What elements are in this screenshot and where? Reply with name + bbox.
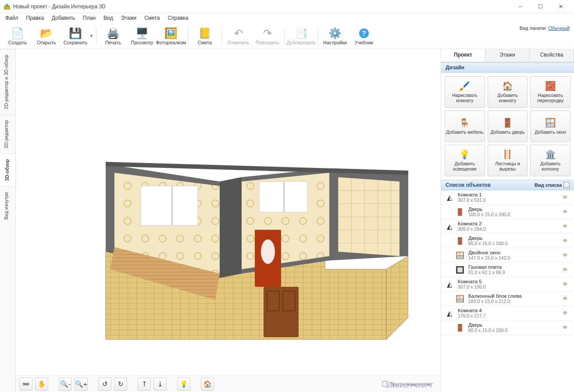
list-mode-toggle[interactable]: Вид списка <box>535 182 570 188</box>
add-furniture-button[interactable]: 🪑Добавить мебель <box>445 110 485 142</box>
object-row[interactable]: 🚪Дверь80.0 x 15.0 x 200.0👁 <box>441 321 574 335</box>
stairs-button[interactable]: 🪜Лестницы и вырезы <box>488 145 528 176</box>
svg-rect-22 <box>141 186 198 225</box>
side-tab-3d[interactable]: 3D-обзор <box>0 153 15 186</box>
close-button[interactable]: ✕ <box>551 0 570 13</box>
side-tab-inside[interactable]: Вид изнутри <box>0 186 15 225</box>
object-row[interactable]: ◭Комната 2306.0 x 264.0👁 <box>441 219 574 234</box>
svg-text:?: ? <box>362 30 366 37</box>
add-window-button[interactable]: 🪟Добавить окно <box>530 110 570 142</box>
visibility-icon[interactable]: 👁 <box>563 252 570 258</box>
create-button[interactable]: 📄Создать <box>4 24 32 48</box>
visibility-icon[interactable]: 👁 <box>563 223 570 229</box>
draw-partition-button[interactable]: 🧱Нарисовать перегородку <box>530 76 570 108</box>
pan-button[interactable]: ✋ <box>35 378 48 391</box>
preview-button[interactable]: 🖥️Просмотр <box>128 24 156 48</box>
menu-edit[interactable]: Правка <box>23 14 48 22</box>
duplicate-button[interactable]: 📑Дублировать <box>287 24 315 48</box>
print-button[interactable]: 🖨️Печать <box>99 24 127 48</box>
home-view-button[interactable]: 🏠 <box>201 378 214 391</box>
menu-add[interactable]: Добавить <box>48 14 78 22</box>
menu-view[interactable]: Вид <box>100 14 117 22</box>
visibility-icon[interactable]: 👁 <box>563 324 570 331</box>
object-name: Балконный блок слева <box>468 293 559 299</box>
menu-plan[interactable]: План <box>79 14 99 22</box>
svg-rect-26 <box>283 182 285 212</box>
tab-project[interactable]: Проект <box>441 49 485 62</box>
zoom-in-button[interactable]: 🔍+ <box>75 378 88 391</box>
right-panel: Проект Этажи Свойства Дизайн 🖌️Нарисоват… <box>441 49 574 392</box>
object-row[interactable]: ◭Комната 5307.0 x 100.0👁 <box>441 277 574 292</box>
visibility-icon[interactable]: 👁 <box>563 310 570 316</box>
print-icon: 🖨️ <box>107 27 120 40</box>
visibility-icon[interactable]: 👁 <box>563 296 570 302</box>
svg-point-28 <box>261 239 275 264</box>
object-dimensions: 80.0 x 15.0 x 200.0 <box>468 241 559 246</box>
menu-estimate[interactable]: Смета <box>141 14 163 22</box>
photoreal-button[interactable]: 🖼️Фотореализм <box>157 24 185 48</box>
object-row[interactable]: 🪟Двойное окно147.0 x 15.0 x 142.0👁 <box>441 248 574 263</box>
zoom-out-button[interactable]: 🔍- <box>59 378 72 391</box>
list-mode-icon <box>563 182 570 188</box>
side-tab-2d[interactable]: 2D-редактор <box>0 114 15 153</box>
add-room-button[interactable]: 🏠Добавить комнату <box>488 76 528 108</box>
open-button[interactable]: 📂Открыть <box>32 24 61 48</box>
estimate-button[interactable]: 📒Смета <box>191 24 219 48</box>
tab-floors[interactable]: Этажи <box>485 49 530 62</box>
visibility-icon[interactable]: 👁 <box>563 281 570 287</box>
draw-room-button[interactable]: 🖌️Нарисовать комнату <box>445 76 485 108</box>
object-row[interactable]: 🚪Дверь80.0 x 15.0 x 200.0👁 <box>441 234 574 248</box>
object-row[interactable]: 🔲Газовая плита51.0 x 62.1 x 86.9👁 <box>441 263 574 277</box>
panel-mode-link[interactable]: Обычный <box>548 25 570 31</box>
side-tab-2d3d[interactable]: 2D-редактор и 3D-обзор <box>0 49 15 114</box>
undo-button[interactable]: ↶Отменить <box>225 24 253 48</box>
rotate-left-button[interactable]: ↺ <box>98 378 111 391</box>
object-row[interactable]: ◭Комната 1307.0 x 531.0👁 <box>441 190 574 205</box>
viewport-container: 360 ✋ 🔍- 🔍+ ↺ ↻ ⤒ ⤓ 💡 🏠 Прозрачные стены… <box>16 49 441 392</box>
add-light-button[interactable]: 💡Добавить освещение <box>445 145 485 176</box>
lighting-button[interactable]: 💡 <box>177 378 190 391</box>
menu-floors[interactable]: Этажи <box>118 14 140 22</box>
object-dimensions: 147.0 x 15.0 x 142.0 <box>468 255 559 260</box>
object-type-icon: ◭ <box>445 221 454 231</box>
tilt-down-button[interactable]: ⤓ <box>153 378 167 391</box>
object-dimensions: 183.0 x 15.0 x 212.0 <box>468 299 559 304</box>
add-door-button[interactable]: 🚪Добавить дверь <box>488 110 528 142</box>
minimize-button[interactable]: ─ <box>510 0 530 13</box>
object-row[interactable]: 🪟Балконный блок слева183.0 x 15.0 x 212.… <box>441 292 574 306</box>
redo-button[interactable]: ↷Повторить <box>253 24 282 48</box>
object-row[interactable]: ◭Комната 4170.0 x 217.7👁 <box>441 306 574 321</box>
object-dimensions: 307.0 x 100.0 <box>458 284 559 289</box>
bulb-icon: 💡 <box>180 380 188 388</box>
visibility-icon[interactable]: 👁 <box>563 267 570 273</box>
menu-file[interactable]: Файл <box>2 14 22 22</box>
stairs-icon: 🪜 <box>502 150 513 160</box>
settings-button[interactable]: ⚙️Настройки <box>321 24 349 48</box>
save-button[interactable]: 💾Сохранить <box>61 24 89 48</box>
notebook-icon: 📒 <box>198 27 211 40</box>
object-type-icon: 🪟 <box>455 294 465 303</box>
visibility-icon[interactable]: 👁 <box>563 238 570 244</box>
save-dropdown-icon[interactable]: ▼ <box>89 34 93 38</box>
object-dimensions: 306.0 x 264.0 <box>458 226 559 232</box>
object-row[interactable]: 🚪Дверь100.0 x 15.0 x 200.0👁 <box>441 205 574 219</box>
picture-icon: 🖼️ <box>164 27 178 40</box>
window-icon: 🪟 <box>545 118 556 128</box>
object-name: Комната 2 <box>458 221 559 226</box>
object-type-icon: ◭ <box>445 308 454 318</box>
menu-help[interactable]: Справка <box>164 14 192 22</box>
maximize-button[interactable]: ☐ <box>531 0 550 13</box>
visibility-icon[interactable]: 👁 <box>563 209 570 215</box>
tilt-up-button[interactable]: ⤒ <box>138 378 151 391</box>
object-list[interactable]: ◭Комната 1307.0 x 531.0👁🚪Дверь100.0 x 15… <box>441 190 574 392</box>
rotate360-button[interactable]: 360 <box>19 378 32 391</box>
3d-viewport[interactable] <box>16 49 441 375</box>
save-icon: 💾 <box>69 27 82 40</box>
add-column-button[interactable]: 🏛️Добавить колонну <box>530 145 570 176</box>
rotate-right-button[interactable]: ↻ <box>114 378 127 391</box>
tab-properties[interactable]: Свойства <box>530 49 574 62</box>
visibility-icon[interactable]: 👁 <box>563 194 570 200</box>
object-dimensions: 80.0 x 15.0 x 200.0 <box>468 328 559 333</box>
tutorial-button[interactable]: ?Учебник <box>350 24 378 48</box>
separator <box>188 27 188 45</box>
